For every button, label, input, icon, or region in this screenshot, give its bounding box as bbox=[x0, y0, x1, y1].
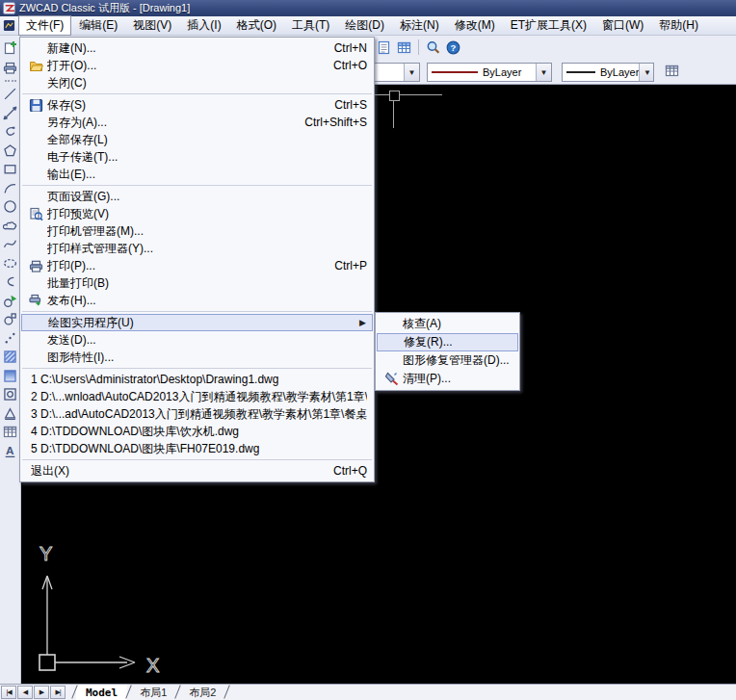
new-sheet-icon bbox=[3, 40, 17, 55]
drawing-utilities-submenu: 核查(A)修复(R)...图形修复管理器(D)...清理(P)... bbox=[375, 312, 520, 391]
menu-item-shortcut: Ctrl+Shift+S bbox=[287, 116, 367, 129]
menu-tools[interactable]: 工具(T) bbox=[284, 15, 337, 36]
tab-model[interactable]: Model bbox=[76, 685, 127, 700]
polyline-button[interactable] bbox=[0, 122, 20, 142]
rectangle-button[interactable] bbox=[0, 160, 20, 179]
menu-help[interactable]: 帮助(H) bbox=[651, 15, 706, 36]
dwg-file-icon bbox=[3, 19, 15, 32]
layout-tabs: Model布局1布局2 bbox=[73, 685, 228, 700]
menu-item-export[interactable]: 输出(E)... bbox=[21, 166, 373, 183]
datasheet-button[interactable] bbox=[394, 38, 413, 57]
menu-draw[interactable]: 绘图(D) bbox=[337, 15, 392, 36]
ucs-y-label: Y bbox=[39, 543, 52, 564]
menu-item-save-as[interactable]: 另存为(A)...Ctrl+Shift+S bbox=[21, 114, 373, 131]
search-button[interactable] bbox=[423, 38, 442, 57]
help-button[interactable]: ? bbox=[443, 38, 462, 57]
menu-item-recent-5[interactable]: 5 D:\TDDOWNLOAD\图块库\FH07E019.dwg bbox=[21, 440, 373, 457]
menu-item-save-all[interactable]: 全部保存(L) bbox=[21, 131, 373, 148]
menu-item-shortcut: Ctrl+S bbox=[317, 98, 367, 112]
dropdown-arrow-icon[interactable]: ▼ bbox=[639, 64, 654, 81]
menu-item-recent-1[interactable]: 1 C:\Users\Administrator\Desktop\Drawing… bbox=[21, 371, 373, 388]
dropdown-arrow-icon[interactable]: ▼ bbox=[536, 64, 551, 81]
wipeout-button[interactable] bbox=[0, 404, 20, 424]
menu-item-recent-2[interactable]: 2 D:\...wnload\AutoCAD2013入门到精通视频教程\教学素材… bbox=[21, 388, 373, 405]
menu-item-plotter-manager[interactable]: 打印机管理器(M)... bbox=[21, 222, 373, 240]
ellipse-button[interactable] bbox=[0, 254, 20, 273]
linetype-control[interactable]: ByLayer ▼ bbox=[427, 63, 552, 82]
hatch-button[interactable] bbox=[0, 348, 20, 367]
menu-item-send[interactable]: 发送(D)... bbox=[21, 331, 373, 349]
table-button[interactable] bbox=[0, 423, 20, 442]
gradient-button[interactable] bbox=[0, 367, 20, 386]
circle-button[interactable] bbox=[0, 197, 20, 217]
construction-line-button[interactable] bbox=[0, 104, 20, 123]
lineweight-control[interactable]: ByLayer ▼ bbox=[562, 63, 654, 82]
menu-item-save[interactable]: 保存(S)Ctrl+S bbox=[21, 96, 373, 114]
line-icon bbox=[3, 87, 17, 101]
region-button[interactable] bbox=[0, 385, 20, 404]
menu-item-print-preview[interactable]: 打印预览(V) bbox=[21, 205, 373, 222]
menu-format[interactable]: 格式(O) bbox=[229, 15, 284, 36]
menu-view[interactable]: 视图(V) bbox=[125, 15, 179, 36]
menu-separator bbox=[22, 459, 372, 460]
make-block-button[interactable] bbox=[0, 310, 20, 329]
menu-separator bbox=[22, 185, 372, 186]
mtext-icon: A bbox=[3, 444, 17, 458]
tab-layout1[interactable]: 布局1 bbox=[130, 685, 176, 700]
insert-block-button[interactable] bbox=[0, 292, 20, 311]
dropdown-arrow-icon[interactable]: ▼ bbox=[404, 64, 419, 81]
menu-item-shortcut: Ctrl+P bbox=[317, 259, 367, 272]
next-tab-button[interactable]: ▶ bbox=[34, 686, 49, 699]
table-button[interactable] bbox=[663, 64, 680, 81]
menu-separator bbox=[22, 93, 372, 94]
menu-item-exit[interactable]: 退出(X)Ctrl+Q bbox=[21, 462, 373, 480]
last-tab-button[interactable]: ▶| bbox=[50, 686, 66, 699]
menu-item-new[interactable]: 新建(N)...Ctrl+N bbox=[21, 39, 373, 57]
menu-dimension[interactable]: 标注(N) bbox=[392, 15, 447, 36]
menu-item-recover[interactable]: 修复(R)... bbox=[377, 333, 518, 351]
search-icon bbox=[426, 40, 440, 55]
arc-button[interactable] bbox=[0, 179, 20, 198]
line-button[interactable] bbox=[0, 85, 20, 104]
menu-file[interactable]: 文件(F) bbox=[18, 15, 71, 36]
point-button[interactable] bbox=[0, 329, 20, 349]
ellipse-icon bbox=[3, 256, 17, 271]
new-sheet-button[interactable] bbox=[0, 38, 20, 58]
menu-item-drawing-utilities[interactable]: 绘图实用程序(U)▶ bbox=[21, 314, 373, 331]
menu-item-open[interactable]: 打开(O)...Ctrl+O bbox=[21, 57, 373, 74]
menu-item-audit[interactable]: 核查(A) bbox=[377, 315, 518, 333]
prev-tab-button[interactable]: ◀ bbox=[17, 686, 33, 699]
menu-item-page-setup[interactable]: 页面设置(G)... bbox=[21, 188, 373, 205]
menu-item-recent-4[interactable]: 4 D:\TDDOWNLOAD\图块库\饮水机.dwg bbox=[21, 423, 373, 440]
menu-edit[interactable]: 编辑(E) bbox=[71, 15, 125, 36]
menu-item-batch-plot[interactable]: 批量打印(B) bbox=[21, 274, 373, 292]
polygon-button[interactable] bbox=[0, 142, 20, 161]
revision-cloud-button[interactable] bbox=[0, 217, 20, 236]
plot-button[interactable] bbox=[0, 58, 20, 78]
spline-button[interactable] bbox=[0, 235, 20, 254]
first-tab-button[interactable]: |◀ bbox=[1, 686, 16, 699]
menu-insert[interactable]: 插入(I) bbox=[179, 15, 228, 36]
menu-item-print[interactable]: 打印(P)...Ctrl+P bbox=[21, 257, 373, 274]
menu-item-drawing-recovery-manager[interactable]: 图形修复管理器(D)... bbox=[377, 351, 518, 370]
menu-window[interactable]: 窗口(W) bbox=[594, 15, 651, 36]
toolbar-grip[interactable] bbox=[5, 80, 16, 82]
menu-item-etransmit[interactable]: 电子传递(T)... bbox=[21, 148, 373, 166]
menu-item-shortcut: Ctrl+Q bbox=[316, 464, 367, 478]
menu-item-publish[interactable]: 发布(H)... bbox=[21, 292, 373, 309]
menu-item-close[interactable]: 关闭(C) bbox=[21, 74, 373, 91]
menu-modify[interactable]: 修改(M) bbox=[447, 15, 503, 36]
menu-item-label: 图形特性(I)... bbox=[47, 350, 114, 366]
mtext-button[interactable]: A bbox=[0, 442, 20, 461]
menu-express-tools[interactable]: ET扩展工具(X) bbox=[503, 15, 594, 36]
ellipse-arc-button[interactable] bbox=[0, 272, 20, 292]
draw-toolbar: A bbox=[0, 36, 21, 684]
svg-text:?: ? bbox=[450, 42, 456, 53]
tab-layout2[interactable]: 布局2 bbox=[179, 685, 225, 700]
properties-button[interactable] bbox=[374, 38, 393, 57]
menu-item-recent-3[interactable]: 3 D:\...ad\AutoCAD2013入门到精通视频教程\教学素材\第1章… bbox=[21, 405, 373, 423]
menu-item-purge[interactable]: 清理(P)... bbox=[377, 370, 518, 388]
menu-item-plot-style-manager[interactable]: 打印样式管理器(Y)... bbox=[21, 240, 373, 257]
menu-item-drawing-properties[interactable]: 图形特性(I)... bbox=[21, 349, 373, 366]
zwcad-logo-icon bbox=[3, 2, 15, 14]
